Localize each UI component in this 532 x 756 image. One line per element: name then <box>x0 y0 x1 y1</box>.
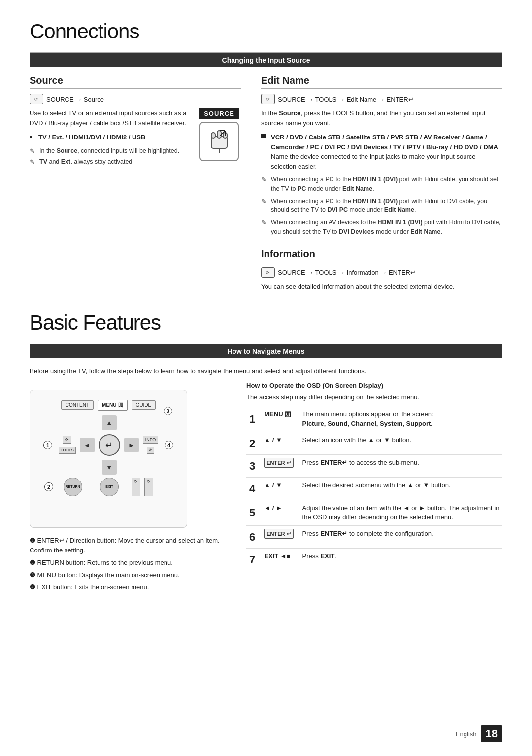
connections-title: Connections <box>30 20 502 43</box>
information-title: Information <box>261 248 502 262</box>
osd-num-1: 1 <box>246 407 261 432</box>
edit-name-nav: ⟳ SOURCE → TOOLS → Edit Name → ENTER↵ <box>261 94 414 104</box>
osd-row-7: 7 EXIT ◄■ Press EXIT. <box>246 548 502 571</box>
basic-intro: Before using the TV, follow the steps be… <box>30 366 502 376</box>
connections-section: Connections Changing the Input Source So… <box>30 20 502 291</box>
source-title: Source <box>30 75 241 89</box>
information-nav-label: SOURCE → TOOLS → Information → ENTER↵ <box>278 269 416 276</box>
osd-num-7: 7 <box>246 548 261 571</box>
edit-name-title: Edit Name <box>261 75 502 89</box>
dpad-down: ▼ <box>102 460 117 475</box>
enter-box-6: ENTER ↵ <box>264 529 293 539</box>
footer: English 18 <box>456 725 502 742</box>
info-side-btn: INFO <box>143 436 159 444</box>
nav-left: CONTENT MENU 囲 GUIDE 3 ⟳ TOOLS <box>30 382 227 595</box>
extra-btn2: ⟳ <box>144 478 153 496</box>
osd-key-2: ▲ / ▼ <box>261 432 299 454</box>
osd-desc-1: The main menu options appear on the scre… <box>299 407 502 432</box>
page-number: 18 <box>481 725 502 742</box>
edit-name-bullet: VCR / DVD / Cable STB / Satellite STB / … <box>261 133 502 171</box>
right-side-btns: INFO ⟳ <box>143 436 159 454</box>
edit-name-intro: In the Source, press the TOOLS button, a… <box>261 108 502 128</box>
spacer2 <box>123 478 128 496</box>
osd-note: The access step may differ depending on … <box>246 393 502 401</box>
hand-icon <box>206 127 232 156</box>
osd-table: 1 MENU 囲 The main menu options appear on… <box>246 407 502 571</box>
content-button: CONTENT <box>61 400 94 410</box>
annotations-list: ❶ ENTER↵ / Direction button: Move the cu… <box>30 536 227 593</box>
osd-key-6: ENTER ↵ <box>261 525 299 548</box>
top-buttons: CONTENT MENU 囲 GUIDE 3 <box>39 400 177 411</box>
return-btn: RETURN <box>64 478 82 496</box>
annotation-4-circle: 4 <box>165 441 173 449</box>
extra-btn: ⟳ <box>132 478 140 496</box>
osd-row-5: 5 ◄ / ► Adjust the value of an item with… <box>246 500 502 525</box>
menu-button: MENU 囲 <box>98 400 127 411</box>
annotation-2: ❷ RETURN button: Returns to the previous… <box>30 558 227 568</box>
dpad: ▲ ▼ ◄ ► ↵ <box>80 415 139 475</box>
osd-num-5: 5 <box>246 500 261 525</box>
dpad-right: ► <box>124 438 139 452</box>
source-note2: TV and Ext. always stay activated. <box>30 157 191 167</box>
source-label: SOURCE <box>199 108 239 119</box>
osd-key-5: ◄ / ► <box>261 500 299 525</box>
osd-row-1: 1 MENU 囲 The main menu options appear on… <box>246 407 502 432</box>
edit-note1: When connecting a PC to the HDMI IN 1 (D… <box>261 175 502 194</box>
osd-desc-7: Press EXIT. <box>299 548 502 571</box>
annotation-4: ❹ EXIT button: Exits the on-screen menu. <box>30 583 227 593</box>
dpad-left: ◄ <box>80 438 95 452</box>
source-col: Source ⟳ SOURCE → Source Use to select T… <box>30 75 241 291</box>
osd-num-3: 3 <box>246 454 261 477</box>
info-remote-icon: ⟳ <box>261 267 275 278</box>
osd-desc-6: Press ENTER↵ to complete the configurati… <box>299 525 502 548</box>
source-note1: In the Source, connected inputs will be … <box>30 146 191 156</box>
osd-desc-2: Select an icon with the ▲ or ▼ button. <box>299 432 502 454</box>
source-nav: ⟳ SOURCE → Source <box>30 94 104 104</box>
osd-row-6: 6 ENTER ↵ Press ENTER↵ to complete the c… <box>246 525 502 548</box>
spacer <box>86 478 96 496</box>
nav-right: How to Operate the OSD (On Screen Displa… <box>246 382 502 595</box>
remote-inner: CONTENT MENU 囲 GUIDE 3 ⟳ TOOLS <box>39 400 177 518</box>
osd-num-6: 6 <box>246 525 261 548</box>
annotation-3-circle: 3 <box>164 407 172 415</box>
osd-num-2: 2 <box>246 432 261 454</box>
source-text: Use to select TV or an external input so… <box>30 108 191 169</box>
edit-remote-icon: ⟳ <box>261 94 275 104</box>
source-body: Use to select TV or an external input so… <box>30 108 241 169</box>
osd-desc-4: Select the desired submenu with the ▲ or… <box>299 477 502 500</box>
language-label: English <box>456 730 477 738</box>
svg-rect-2 <box>211 133 215 138</box>
navigate-cols: CONTENT MENU 囲 GUIDE 3 ⟳ TOOLS <box>30 382 502 595</box>
source-remote-icon: ⟳ <box>30 94 43 104</box>
source-remote-graphic <box>200 122 239 161</box>
annotation-2-circle: 2 <box>44 482 53 491</box>
left-side-btns: ⟳ TOOLS <box>59 436 76 454</box>
dpad-up: ▲ <box>102 415 117 430</box>
connections-cols: Source ⟳ SOURCE → Source Use to select T… <box>30 75 502 291</box>
osd-key-7: EXIT ◄■ <box>261 548 299 571</box>
osd-desc-5: Adjust the value of an item with the ◄ o… <box>299 500 502 525</box>
annotation-3: ❸ MENU button: Displays the main on-scre… <box>30 570 227 581</box>
section-banner: Changing the Input Source <box>30 53 502 67</box>
osd-title: How to Operate the OSD (On Screen Displa… <box>246 382 502 389</box>
osd-num-4: 4 <box>246 477 261 500</box>
information-body: You can see detailed information about t… <box>261 282 502 292</box>
edit-note2: When connecting a PC to the HDMI IN 1 (D… <box>261 197 502 215</box>
basic-section-banner: How to Navigate Menus <box>30 344 502 358</box>
osd-row-4: 4 ▲ / ▼ Select the desired submenu with … <box>246 477 502 500</box>
information-nav: ⟳ SOURCE → TOOLS → Information → ENTER↵ <box>261 267 416 278</box>
source-nav-label: SOURCE → Source <box>46 96 104 103</box>
dpad-center-enter: ↵ <box>99 434 120 456</box>
edit-note3: When connecting an AV devices to the HDM… <box>261 218 502 237</box>
edit-name-nav-label: SOURCE → TOOLS → Edit Name → ENTER↵ <box>278 96 414 103</box>
return-side-btn: ⟳ <box>63 436 71 444</box>
edit-name-bullet-text: VCR / DVD / Cable STB / Satellite STB / … <box>271 133 502 171</box>
basic-features-title: Basic Features <box>30 311 502 335</box>
guide-button: GUIDE <box>132 400 156 410</box>
osd-key-4: ▲ / ▼ <box>261 477 299 500</box>
annotation-1-circle: 1 <box>43 441 52 449</box>
source-bullet-item: TV / Ext. / HDMI1/DVI / HDMI2 / USB <box>30 133 191 142</box>
edit-info-col: Edit Name ⟳ SOURCE → TOOLS → Edit Name →… <box>261 75 502 291</box>
tools-btn: TOOLS <box>59 447 76 454</box>
source-desc: Use to select TV or an external input so… <box>30 108 191 128</box>
